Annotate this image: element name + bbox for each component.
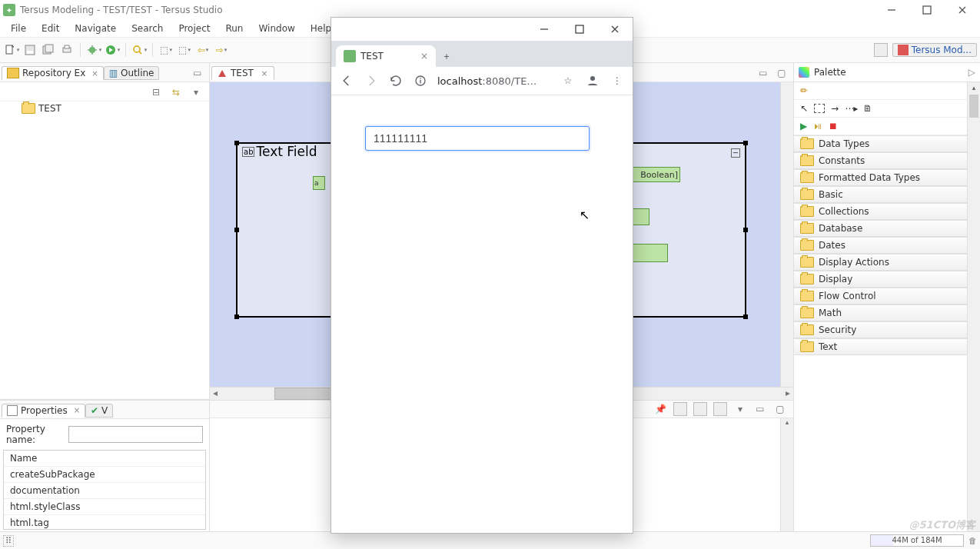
print-button[interactable]: [58, 42, 75, 58]
property-row[interactable]: documentation: [4, 483, 205, 499]
stop-red-icon[interactable]: ⏹: [829, 121, 838, 131]
properties-tab[interactable]: Properties ×: [2, 404, 85, 418]
collapse-all-button[interactable]: ⊟: [148, 84, 164, 101]
menu-search[interactable]: Search: [124, 22, 171, 35]
palette-section[interactable]: Display Actions: [794, 254, 967, 271]
new-button[interactable]: ▾: [3, 42, 20, 58]
nav-back-button[interactable]: ⇦▾: [194, 42, 211, 58]
editor-tab-test[interactable]: TEST ×: [211, 66, 274, 80]
palette-section[interactable]: Collections: [794, 203, 967, 220]
view-minimize-button[interactable]: ▭: [189, 65, 206, 82]
view-menu-button[interactable]: ▾: [188, 84, 204, 101]
browser-minimize-button[interactable]: [527, 18, 562, 41]
reload-button[interactable]: [388, 73, 404, 88]
perspective-tab[interactable]: Tersus Mod...: [892, 43, 977, 57]
collapse-button[interactable]: −: [731, 148, 740, 158]
editor-minimize-button[interactable]: ▭: [755, 65, 772, 82]
close-icon[interactable]: ×: [74, 406, 80, 414]
palette-section[interactable]: Flow Control: [794, 288, 967, 304]
model-slot[interactable]: a: [313, 176, 325, 190]
property-name-input[interactable]: [68, 426, 203, 443]
browser-tab[interactable]: TEST ×: [336, 45, 436, 67]
menu-edit[interactable]: Edit: [34, 22, 67, 35]
palette-scrollbar[interactable]: ▴: [967, 82, 980, 531]
properties-table[interactable]: Name createSubPackage documentation html…: [3, 450, 206, 530]
memory-bar[interactable]: 44M of 184M: [870, 534, 964, 547]
property-row[interactable]: createSubPackage: [4, 467, 205, 483]
browser-maximize-button[interactable]: [562, 18, 597, 41]
menu-navigate[interactable]: Navigate: [67, 22, 124, 35]
close-icon[interactable]: ×: [261, 69, 267, 78]
ide-minimize-button[interactable]: [874, 0, 909, 20]
arrow-dashed-tool[interactable]: ⋯▸: [845, 103, 857, 114]
palette-collapse-button[interactable]: ▷: [968, 67, 975, 78]
console-btn-3[interactable]: [712, 401, 729, 418]
nav-next-button[interactable]: ⬚▾: [176, 42, 193, 58]
editor-vscroll[interactable]: [780, 82, 793, 387]
property-row[interactable]: html.tag: [4, 515, 205, 530]
save-button[interactable]: [22, 42, 38, 58]
palette-section[interactable]: Basic: [794, 186, 967, 203]
palette-section[interactable]: Math: [794, 304, 967, 321]
nav-forward-button[interactable]: ⇨▾: [213, 42, 230, 58]
ide-close-button[interactable]: [945, 0, 980, 20]
site-info-icon[interactable]: [413, 73, 428, 88]
editor-maximize-button[interactable]: ▢: [773, 65, 790, 82]
palette-section[interactable]: Database: [794, 220, 967, 237]
tree-root[interactable]: TEST: [0, 101, 209, 115]
nav-prev-button[interactable]: ⬚▾: [158, 42, 174, 58]
address-bar[interactable]: localhost:8080/TE…: [437, 75, 551, 87]
close-icon[interactable]: ×: [91, 69, 98, 78]
palette-section[interactable]: Security: [794, 321, 967, 338]
run-button[interactable]: ▾: [104, 42, 121, 58]
select-tool[interactable]: ↖: [800, 103, 808, 114]
svg-rect-0: [923, 6, 931, 14]
new-tab-button[interactable]: ＋: [436, 45, 457, 67]
tab-close-icon[interactable]: ×: [420, 51, 428, 62]
profile-icon[interactable]: [585, 73, 600, 88]
forward-button[interactable]: [364, 73, 379, 88]
console-menu-button[interactable]: ▾: [732, 401, 749, 418]
outline-tab[interactable]: ▥ Outline: [104, 66, 160, 80]
palette-tool-brush[interactable]: ✏: [794, 82, 967, 100]
console-btn-2[interactable]: [692, 401, 709, 418]
validators-tab[interactable]: ✔ V: [85, 404, 113, 418]
palette-section[interactable]: Formatted Data Types: [794, 169, 967, 186]
gc-button[interactable]: 🗑: [968, 536, 977, 546]
repository-tree[interactable]: TEST: [0, 101, 209, 400]
browser-page: [331, 95, 633, 533]
console-pin-button[interactable]: 📌: [652, 401, 669, 418]
back-button[interactable]: [339, 73, 354, 88]
browser-menu-button[interactable]: ⋮: [610, 73, 625, 88]
palette-section[interactable]: Data Types: [794, 135, 967, 152]
ide-maximize-button[interactable]: [909, 0, 945, 20]
new-page-tool[interactable]: 🗎: [863, 103, 872, 114]
text-field-input[interactable]: [365, 126, 590, 151]
search-button[interactable]: ▾: [131, 42, 148, 58]
menu-window[interactable]: Window: [251, 22, 302, 35]
menu-file[interactable]: File: [3, 22, 34, 35]
palette-section[interactable]: Constants: [794, 152, 967, 169]
debug-button[interactable]: ▾: [85, 42, 102, 58]
open-perspective-button[interactable]: [872, 42, 889, 58]
console-btn-1[interactable]: [672, 401, 689, 418]
menu-project[interactable]: Project: [171, 22, 218, 35]
arrow-solid-tool[interactable]: →: [831, 103, 839, 114]
bookmark-star-icon[interactable]: ☆: [560, 73, 576, 88]
palette-section[interactable]: Text: [794, 338, 967, 355]
palette-section[interactable]: Display: [794, 271, 967, 288]
repository-explorer-tab[interactable]: Repository Ex ×: [2, 66, 104, 80]
console-vscroll[interactable]: ▴: [780, 418, 793, 531]
browser-close-button[interactable]: [597, 18, 633, 41]
browser-titlebar[interactable]: [331, 18, 633, 41]
menu-run[interactable]: Run: [218, 22, 251, 35]
console-min-button[interactable]: ▭: [752, 401, 769, 418]
run-green-icon[interactable]: ▶: [800, 121, 807, 131]
property-row[interactable]: html.styleClass: [4, 499, 205, 515]
link-editor-button[interactable]: ⇆: [168, 84, 184, 101]
palette-section[interactable]: Dates: [794, 237, 967, 254]
step-icon[interactable]: ⏯: [813, 121, 822, 131]
save-all-button[interactable]: [40, 42, 57, 58]
marquee-tool[interactable]: [814, 104, 825, 113]
console-max-button[interactable]: ▢: [772, 401, 789, 418]
